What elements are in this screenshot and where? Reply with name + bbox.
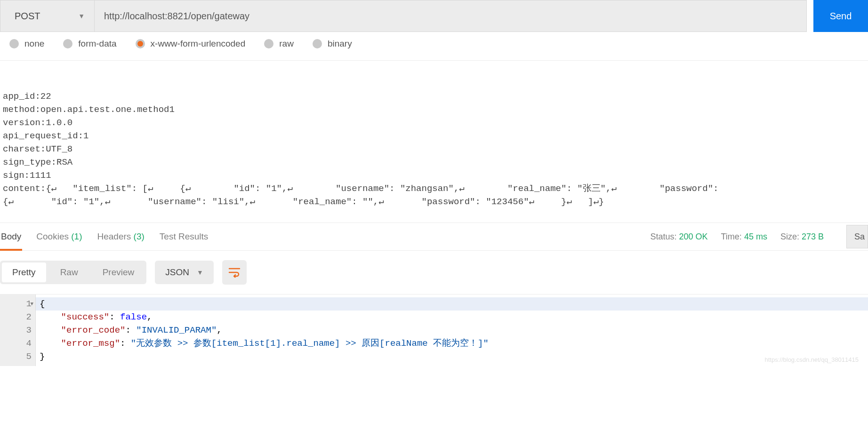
fold-icon: ▼ [30,297,33,311]
tab-body[interactable]: Body [0,223,22,250]
radio-icon [63,39,72,48]
body-type-binary[interactable]: binary [313,39,352,49]
radio-icon [313,39,322,48]
chevron-down-icon: ▼ [78,12,85,20]
code-body: { "success": false, "error_code": "INVAL… [36,295,868,366]
body-type-form-data[interactable]: form-data [63,39,116,49]
wrap-icon [228,267,241,278]
view-mode-group: Pretty Raw Preview [0,261,146,284]
watermark: https://blog.csdn.net/qq_38011415 [765,356,859,363]
view-raw[interactable]: Raw [48,261,90,284]
radio-icon [9,39,19,48]
format-select[interactable]: JSON ▼ [155,261,214,284]
body-type-row: none form-data x-www-form-urlencoded raw… [0,32,868,61]
radio-icon [264,39,273,48]
body-type-none[interactable]: none [9,39,44,49]
send-button[interactable]: Send [813,0,868,32]
tab-test-results[interactable]: Test Results [159,223,209,250]
chevron-down-icon: ▼ [197,269,203,276]
response-meta: Status: 200 OK Time: 45 ms Size: 273 B S… [650,225,868,248]
view-preview[interactable]: Preview [90,261,147,284]
url-value: http://localhost:8821/open/gateway [104,11,249,22]
save-response-button[interactable]: Sa [846,225,868,248]
url-input[interactable]: http://localhost:8821/open/gateway [94,0,807,32]
tab-cookies[interactable]: Cookies (1) [35,223,83,250]
wrap-lines-button[interactable] [222,260,247,285]
http-method-select[interactable]: POST ▼ [0,0,94,32]
http-method-value: POST [15,11,40,22]
body-type-urlencoded[interactable]: x-www-form-urlencoded [136,39,246,49]
view-pretty[interactable]: Pretty [2,263,46,282]
radio-icon [136,39,145,48]
line-gutter: 1▼ 2 3 4 5 [0,295,36,366]
response-body-viewer[interactable]: 1▼ 2 3 4 5 { "success": false, "error_co… [0,294,868,366]
tab-headers[interactable]: Headers (3) [96,223,145,250]
request-body-textarea[interactable]: app_id:22 method:open.api.test.one.metho… [0,81,868,223]
body-type-raw[interactable]: raw [264,39,294,49]
